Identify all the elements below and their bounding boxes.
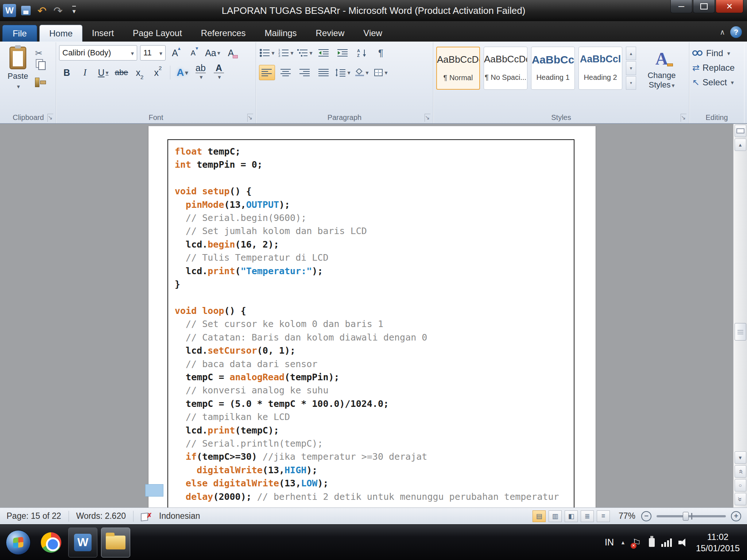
select-browse-object-button[interactable]: [735, 479, 746, 491]
replace-button[interactable]: Replace: [692, 61, 741, 75]
volume-icon[interactable]: [678, 538, 689, 547]
tab-mailings[interactable]: Mailings: [255, 25, 306, 42]
clock[interactable]: 11:02 15/01/2015: [696, 531, 740, 554]
justify-button[interactable]: [316, 65, 332, 80]
align-center-button[interactable]: [278, 65, 294, 80]
clipboard-dialog-launcher-icon[interactable]: [46, 114, 54, 122]
document-page[interactable]: float tempC;int tempPin = 0; void setup(…: [148, 126, 596, 508]
close-button[interactable]: [716, 0, 743, 13]
next-page-button[interactable]: »: [735, 493, 746, 505]
find-button[interactable]: Find: [692, 46, 741, 61]
restore-button[interactable]: [693, 0, 715, 13]
tab-home[interactable]: Home: [39, 25, 82, 42]
start-button[interactable]: [6, 530, 31, 555]
previous-page-button[interactable]: »: [735, 465, 746, 478]
tab-review[interactable]: Review: [306, 25, 354, 42]
minimize-button[interactable]: [670, 0, 692, 13]
line-spacing-button[interactable]: [335, 65, 351, 80]
font-name-select[interactable]: Calibri (Body): [59, 45, 137, 61]
draft-view-button[interactable]: [597, 510, 610, 522]
paragraph-dialog-launcher-icon[interactable]: [423, 114, 431, 122]
highlight-button[interactable]: ab: [193, 65, 208, 80]
page-indicator[interactable]: Page: 15 of 22: [5, 511, 63, 521]
vertical-scrollbar[interactable]: » »: [733, 124, 747, 508]
styles-more-icon[interactable]: [626, 76, 636, 90]
font-color-button[interactable]: A: [211, 65, 227, 80]
copy-icon[interactable]: [35, 63, 50, 73]
minimize-ribbon-icon[interactable]: [720, 28, 725, 36]
strikethrough-button[interactable]: abe: [114, 65, 129, 80]
cut-icon[interactable]: [35, 48, 50, 58]
styles-scroll-down-icon[interactable]: [626, 61, 636, 75]
quick-access-dropdown-icon[interactable]: [68, 4, 80, 17]
tab-insert[interactable]: Insert: [82, 25, 123, 42]
select-button[interactable]: Select: [692, 75, 741, 90]
word-count[interactable]: Words: 2.620: [75, 511, 127, 521]
align-left-button[interactable]: [259, 65, 275, 80]
borders-button[interactable]: [373, 65, 389, 80]
proofing-errors-icon[interactable]: [141, 512, 154, 521]
zoom-slider-thumb[interactable]: [683, 512, 689, 521]
scroll-up-button[interactable]: [735, 139, 746, 151]
grow-font-button[interactable]: A: [169, 45, 184, 61]
outline-view-button[interactable]: [581, 510, 594, 522]
align-right-button[interactable]: [297, 65, 313, 80]
text-effects-button[interactable]: A: [175, 65, 190, 80]
language-tray-indicator[interactable]: IN: [605, 537, 614, 548]
change-case-button[interactable]: Aa: [205, 45, 220, 61]
scrollbar-thumb[interactable]: [735, 323, 746, 341]
font-dialog-launcher-icon[interactable]: [246, 114, 254, 122]
shading-button[interactable]: [354, 65, 370, 80]
style-heading-2[interactable]: AaBbCcl Heading 2: [578, 47, 622, 90]
scroll-down-button[interactable]: [735, 451, 746, 464]
sort-button[interactable]: AZ: [354, 45, 370, 61]
full-screen-reading-view-button[interactable]: [549, 510, 562, 522]
tab-page-layout[interactable]: Page Layout: [123, 25, 191, 42]
chrome-taskbar-icon[interactable]: [41, 532, 61, 553]
subscript-button[interactable]: x2: [132, 65, 147, 80]
style-no-spacing[interactable]: AaBbCcDc ¶ No Spaci...: [484, 47, 527, 90]
network-icon[interactable]: [661, 538, 672, 547]
zoom-slider[interactable]: [657, 515, 726, 517]
shrink-font-button[interactable]: A: [187, 45, 202, 61]
bold-button[interactable]: B: [59, 65, 74, 80]
numbering-button[interactable]: 123: [278, 45, 294, 61]
language-indicator[interactable]: Indonesian: [158, 511, 202, 521]
redo-icon[interactable]: [52, 4, 64, 17]
decrease-indent-button[interactable]: [316, 45, 332, 61]
style-heading-1[interactable]: AaBbCc Heading 1: [531, 47, 575, 90]
style-normal[interactable]: AaBbCcDc ¶ Normal: [436, 47, 480, 90]
increase-indent-button[interactable]: [335, 45, 351, 61]
web-layout-view-button[interactable]: [565, 510, 578, 522]
italic-button[interactable]: I: [77, 65, 93, 80]
zoom-level[interactable]: 77%: [619, 511, 635, 521]
paste-button[interactable]: Paste: [4, 45, 32, 90]
bullets-button[interactable]: [259, 45, 275, 61]
explorer-taskbar-button[interactable]: [101, 528, 130, 557]
help-icon[interactable]: [730, 26, 742, 38]
zoom-in-button[interactable]: [731, 511, 741, 521]
zoom-out-button[interactable]: [641, 511, 651, 521]
print-layout-view-button[interactable]: [533, 510, 546, 522]
change-styles-button[interactable]: A Change Styles: [640, 47, 684, 90]
tab-references[interactable]: References: [191, 25, 255, 42]
styles-dialog-launcher-icon[interactable]: [680, 114, 688, 122]
tab-file[interactable]: File: [2, 25, 37, 42]
ruler-toggle-button[interactable]: [735, 125, 746, 137]
word-app-icon[interactable]: [3, 4, 16, 17]
save-icon[interactable]: [20, 4, 32, 17]
font-size-select[interactable]: 11: [140, 45, 166, 61]
styles-scroll-up-icon[interactable]: [626, 47, 636, 60]
show-paragraph-marks-button[interactable]: ¶: [373, 45, 389, 61]
usb-device-icon[interactable]: [649, 538, 655, 547]
action-center-icon[interactable]: [632, 537, 642, 548]
multilevel-list-button[interactable]: [297, 45, 313, 61]
show-hidden-icons-button[interactable]: [620, 539, 626, 546]
format-painter-icon[interactable]: [35, 77, 50, 88]
undo-icon[interactable]: [36, 4, 48, 17]
superscript-button[interactable]: x2: [150, 65, 166, 80]
clear-formatting-button[interactable]: A: [223, 45, 239, 61]
underline-button[interactable]: U: [96, 65, 111, 80]
tab-view[interactable]: View: [354, 25, 392, 42]
word-taskbar-button[interactable]: W: [68, 528, 97, 557]
